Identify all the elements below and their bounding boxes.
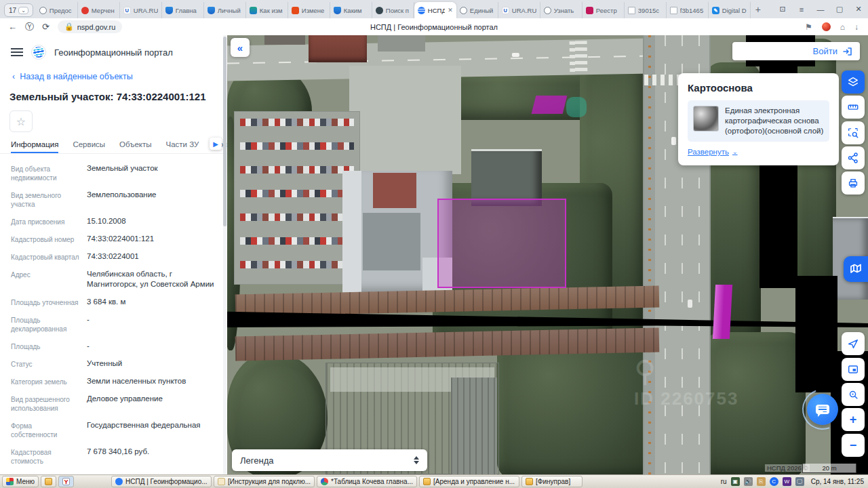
parcel-highlight-small[interactable] — [532, 96, 568, 114]
building — [378, 35, 425, 52]
task-window-button[interactable]: [Аренда и управление н... — [419, 476, 519, 487]
volume-icon[interactable]: 🔊 — [744, 477, 753, 486]
collapse-panel-button[interactable]: « — [231, 38, 250, 57]
tab-information[interactable]: Информация — [11, 140, 58, 153]
browser-tab[interactable]: UURA.RU — [498, 2, 540, 18]
browser-tab[interactable]: Главна — [162, 2, 204, 18]
zoom-in-button[interactable]: + — [842, 408, 865, 431]
profile-avatar[interactable] — [822, 22, 831, 31]
tab-objects[interactable]: Объекты — [119, 140, 151, 153]
share-button[interactable] — [842, 146, 865, 169]
office-icon[interactable]: W — [783, 477, 791, 486]
minimize-button[interactable]: — — [811, 5, 830, 14]
print-button[interactable] — [842, 171, 865, 195]
watermark: ⚲ ID 2260753 — [634, 354, 738, 409]
object-search-button[interactable] — [842, 121, 865, 144]
chevron-down-icon[interactable]: ⌄ — [18, 7, 28, 14]
browser-tab[interactable]: Каким — [330, 2, 372, 18]
tab-label: Поиск п — [386, 7, 410, 14]
field-value: 74:33:0224001 — [80, 251, 220, 262]
login-bar[interactable]: Войти — [732, 42, 860, 60]
browser-tab[interactable]: UURA.RU — [120, 2, 162, 18]
tab-counter[interactable]: 17 ⌄ — [4, 3, 33, 17]
scrollbar[interactable] — [223, 35, 226, 474]
extensions-icon[interactable]: ⌂ — [840, 22, 845, 32]
messenger-icon[interactable]: C — [770, 477, 778, 486]
selected-parcel[interactable] — [437, 199, 566, 288]
browser-tab[interactable]: f3b1465 — [667, 2, 709, 18]
browser-tab[interactable]: Мерчен — [78, 2, 120, 18]
browser-tab[interactable]: Реестр — [583, 2, 625, 18]
favorite-button[interactable]: ☆ — [9, 110, 33, 132]
file-manager-button[interactable] — [41, 476, 56, 487]
browser-tab[interactable]: 39015c — [625, 2, 667, 18]
browser-tab[interactable]: Поиск п — [372, 2, 414, 18]
browser-tab[interactable]: Предос — [36, 2, 78, 18]
measure-button[interactable] — [842, 96, 865, 119]
new-tab-button[interactable]: + — [751, 2, 766, 17]
browser-badge-icon[interactable]: Ⓨ — [25, 21, 34, 33]
downloads-icon[interactable]: ↓ — [854, 22, 859, 32]
parcel-highlight-right[interactable] — [713, 285, 732, 339]
feedback-panel-button[interactable] — [844, 256, 868, 282]
url-text: nspd.gov.ru — [77, 23, 116, 31]
coordinate-search-button[interactable] — [842, 383, 865, 406]
maximize-button[interactable]: ▢ — [830, 5, 849, 14]
tabs-scroll-right-button[interactable]: ▶ — [210, 138, 222, 150]
overview-map-button[interactable] — [842, 358, 865, 381]
close-button[interactable]: ✕ — [849, 5, 868, 14]
browser-tab[interactable]: ✎Digital D — [709, 2, 751, 18]
task-label: [Инструкция для подклю... — [228, 478, 311, 485]
field-value: Государственная федеральная — [80, 420, 220, 439]
address-bar: ← Ⓨ ⟳ 🔒 nspd.gov.ru НСПД | Геоинформацио… — [0, 18, 868, 35]
basemap-layer-item[interactable]: Единая электронная картографическая осно… — [688, 100, 829, 142]
attribute-row: Дата присвоения15.10.2008 — [11, 216, 220, 226]
close-icon[interactable]: ✕ — [448, 7, 453, 14]
tab-label: Каким — [344, 7, 368, 14]
task-window-button[interactable]: *Таблица Кочева главна... — [317, 476, 417, 487]
back-to-results-link[interactable]: ‹ Назад в найденные объекты — [0, 64, 227, 81]
scrollbar-thumb[interactable] — [223, 37, 226, 226]
legend-dropdown[interactable]: Легенда — [232, 449, 427, 471]
clipboard-icon[interactable]: ⎘ — [757, 477, 766, 486]
refresh-icon[interactable]: ⟳ — [42, 22, 50, 32]
star-icon: ☆ — [16, 115, 26, 128]
browser-tab-active[interactable]: НСПД✕ — [414, 2, 456, 18]
tab-panel-icon[interactable]: ⊡ — [773, 5, 792, 14]
browser-tab[interactable]: Личный — [204, 2, 246, 18]
screenshot-icon[interactable]: ▣ — [731, 477, 740, 486]
tab-favicon — [81, 7, 89, 14]
zoom-out-button[interactable]: − — [842, 434, 865, 457]
browser-tab[interactable]: Измене — [288, 2, 330, 18]
clock[interactable]: Ср, 14 янв, 11:25 — [811, 478, 864, 485]
tab-parcel-parts[interactable]: Части ЗУ — [166, 140, 199, 153]
field-value: 15.10.2008 — [80, 216, 220, 226]
attribute-row: Площадь уточненная3 684 кв. м — [11, 297, 220, 307]
back-icon[interactable]: ← — [8, 22, 17, 32]
browser-tab[interactable]: Единый — [456, 2, 498, 18]
bookmark-icon[interactable]: ⚑ — [805, 22, 812, 32]
start-menu-button[interactable]: Меню — [2, 476, 39, 487]
geolocate-button[interactable] — [842, 332, 865, 355]
language-indicator[interactable]: ru — [721, 478, 727, 485]
map-canvas[interactable]: ⚲ ID 2260753 « Войти Картооснова Единая … — [227, 35, 868, 474]
lock-icon: 🔒 — [64, 22, 74, 31]
browser-menu-icon[interactable]: ≡ — [792, 5, 811, 14]
layers-button[interactable] — [842, 70, 865, 94]
browser-launcher-button[interactable]: Y — [58, 476, 74, 487]
task-window-button[interactable]: НСПД | Геоинформацио... — [111, 476, 212, 487]
display-icon[interactable]: 🖵 — [795, 477, 804, 486]
search-icon — [847, 388, 859, 401]
browser-tab[interactable]: Как изм — [246, 2, 288, 18]
parcel-highlight-teal[interactable] — [566, 97, 587, 117]
task-window-button[interactable]: [Финуправ] — [521, 476, 583, 487]
chat-button[interactable] — [807, 394, 838, 425]
url-field[interactable]: 🔒 nspd.gov.ru — [58, 20, 122, 33]
expand-link[interactable]: Развернуть ⌄ — [688, 148, 738, 156]
attribute-row: Кадастровый номер74:33:0224001:121 — [11, 234, 220, 244]
field-value: 7 678 340,16 руб. — [80, 447, 220, 466]
tab-services[interactable]: Сервисы — [73, 140, 105, 153]
browser-tab[interactable]: Узнать — [540, 2, 583, 18]
hamburger-menu-icon[interactable] — [11, 48, 23, 56]
task-window-button[interactable]: [Инструкция для подклю... — [214, 476, 315, 487]
